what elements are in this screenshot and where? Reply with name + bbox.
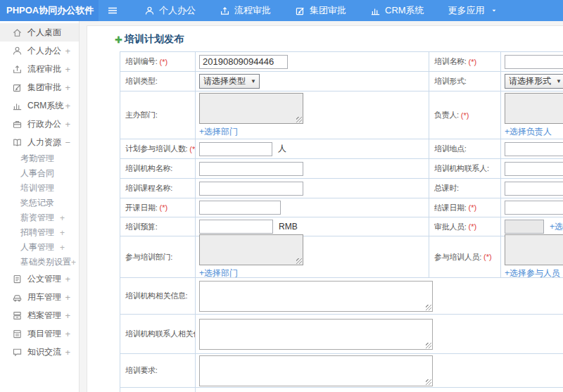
sidebar-subitem-training[interactable]: 培训管理 <box>0 181 79 196</box>
label-join-dept: 参与培训部门: <box>120 236 196 278</box>
sidebar: 个人桌面 个人办公 + 流程审批 + 集团审批 + CRM系统 + 行政办公 +… <box>0 21 80 392</box>
budget-input[interactable] <box>199 220 273 234</box>
expand-plus-icon[interactable]: + <box>65 274 70 284</box>
sidebar-subitem-label: 培训管理 <box>20 182 54 194</box>
sidebar-item-archive-mgmt[interactable]: 档案管理 + <box>0 306 79 324</box>
host-dept-textarea[interactable] <box>199 93 303 124</box>
car-icon <box>12 292 23 303</box>
flow-approve-icon <box>220 6 230 16</box>
main-content: ✚ 培训计划发布 培训编号:(*) 培训名称:(*) 培训类型: 请选择类型▼ … <box>80 21 563 392</box>
expand-plus-icon[interactable]: + <box>65 83 70 92</box>
sidebar-subitem-salary[interactable]: 薪资管理 + <box>0 210 79 225</box>
expand-plus-icon[interactable]: + <box>71 258 76 267</box>
total-hours-input[interactable] <box>505 182 563 196</box>
label-training-no: 培训编号:(*) <box>120 52 196 72</box>
expand-plus-icon[interactable]: + <box>60 228 65 238</box>
sidebar-item-group-approval[interactable]: 集团审批 + <box>0 78 79 96</box>
hamburger-icon <box>107 5 118 16</box>
expand-plus-icon[interactable]: + <box>60 243 65 253</box>
expand-plus-icon[interactable]: + <box>65 329 70 339</box>
sidebar-subitem-recruit[interactable]: 招聘管理 + <box>0 225 79 240</box>
sidebar-subitem-attendance[interactable]: 考勤管理 <box>0 151 79 166</box>
select-arrow-icon: ▼ <box>556 78 562 84</box>
join-people-textarea[interactable] <box>505 234 563 265</box>
training-no-input[interactable] <box>199 55 288 69</box>
expand-plus-icon[interactable]: + <box>65 65 70 74</box>
topnav-personal-office[interactable]: 个人办公 <box>132 0 208 21</box>
training-plan-form: 培训编号:(*) 培训名称:(*) 培训类型: 请选择类型▼ 培训形式: 请选择… <box>120 51 563 392</box>
topnav-label: CRM系统 <box>385 4 424 17</box>
sidebar-item-personal-office[interactable]: 个人办公 + <box>0 42 79 60</box>
top-navigation-bar: PHPOA协同办公软件 个人办公 流程审批 集团审批 CRM系统 更多应用 <box>0 0 563 21</box>
user-icon <box>12 46 23 56</box>
org-name-input[interactable] <box>199 162 303 176</box>
sidebar-subitem-label: 薪资管理 <box>20 212 54 224</box>
start-date-input[interactable] <box>199 201 281 215</box>
content-card: ✚ 培训计划发布 培训编号:(*) 培训名称:(*) 培训类型: 请选择类型▼ … <box>87 25 563 392</box>
end-date-input[interactable] <box>505 201 563 215</box>
sidebar-item-admin-office[interactable]: 行政办公 + <box>0 115 79 133</box>
expand-plus-icon[interactable]: + <box>65 293 70 302</box>
training-form-select[interactable]: 请选择形式▼ <box>505 74 563 89</box>
sidebar-item-knowledge-exchange[interactable]: 知识交流 + <box>0 343 79 361</box>
topnav-label: 流程审批 <box>234 4 271 17</box>
leader-textarea[interactable] <box>505 93 563 124</box>
topnav-more-apps[interactable]: 更多应用 <box>436 0 510 21</box>
org-contact-info-textarea[interactable] <box>199 319 433 350</box>
label-join-people: 参与培训人员:(*) <box>429 236 501 278</box>
group-approve-icon <box>12 82 23 93</box>
sidebar-item-document-mgmt[interactable]: 公文管理 + <box>0 270 79 288</box>
course-name-input[interactable] <box>199 182 303 196</box>
expand-plus-icon[interactable]: + <box>65 101 70 110</box>
label-approver: 审批人员:(*) <box>429 217 501 236</box>
expand-plus-icon[interactable]: + <box>65 120 70 129</box>
choose-approver-link[interactable]: +选择审批人员 <box>550 221 563 233</box>
label-budget: 培训预算: <box>120 217 196 236</box>
sidebar-subitem-base-category[interactable]: 基础类别设置 + <box>0 255 79 270</box>
requirement-textarea[interactable] <box>199 355 433 386</box>
join-dept-textarea[interactable] <box>199 234 303 265</box>
label-org-info: 培训机构相关信息: <box>120 278 196 315</box>
archive-icon <box>12 310 23 321</box>
top-nav: 个人办公 流程审批 集团审批 CRM系统 更多应用 <box>132 0 510 21</box>
planned-count-input[interactable] <box>199 142 272 156</box>
topnav-crm-system[interactable]: CRM系统 <box>358 0 436 21</box>
training-name-input[interactable] <box>505 55 563 69</box>
page-title-text: 培训计划发布 <box>125 33 184 46</box>
approver-input[interactable] <box>505 220 544 234</box>
label-requirement: 培训要求: <box>120 354 196 388</box>
sidebar-item-vehicle-mgmt[interactable]: 用车管理 + <box>0 288 79 306</box>
flow-approve-icon <box>12 64 23 75</box>
sidebar-item-crm-system[interactable]: CRM系统 + <box>0 96 79 115</box>
org-contact-input[interactable] <box>505 162 563 176</box>
choose-leader-link[interactable]: +选择负责人 <box>505 126 552 138</box>
sidebar-subitem-hr-contract[interactable]: 人事合同 <box>0 166 79 181</box>
org-info-textarea[interactable] <box>199 281 433 312</box>
sidebar-subitem-personnel[interactable]: 人事管理 + <box>0 240 79 255</box>
sidebar-item-human-resources[interactable]: 人力资源 − <box>0 133 79 151</box>
training-type-select[interactable]: 请选择类型▼ <box>199 74 260 89</box>
expand-plus-icon[interactable]: + <box>65 348 70 357</box>
page-title: ✚ 培训计划发布 <box>87 26 563 51</box>
app-logo: PHPOA协同办公软件 <box>0 0 99 21</box>
expand-plus-icon[interactable]: + <box>65 311 70 320</box>
sidebar-item-label: 档案管理 <box>27 310 61 322</box>
sidebar-item-personal-desktop[interactable]: 个人桌面 <box>0 23 79 42</box>
sidebar-subitem-label: 奖惩记录 <box>20 197 54 209</box>
sidebar-toggle-button[interactable] <box>99 0 127 21</box>
sidebar-item-label: 集团审批 <box>27 82 61 94</box>
chat-icon <box>12 347 23 358</box>
collapse-minus-icon[interactable]: − <box>65 138 70 147</box>
sidebar-subitem-reward-punish[interactable]: 奖惩记录 <box>0 196 79 210</box>
expand-plus-icon[interactable]: + <box>65 46 70 56</box>
sidebar-item-flow-approval[interactable]: 流程审批 + <box>0 60 79 78</box>
label-org-contact-info: 培训机构联系人相关信息: <box>120 315 196 354</box>
location-input[interactable] <box>505 142 563 156</box>
sidebar-item-project-mgmt[interactable]: 项目管理 + <box>0 324 79 343</box>
label-org-contact: 培训机构联系人: <box>429 159 501 179</box>
topnav-flow-approval[interactable]: 流程审批 <box>208 0 283 21</box>
sidebar-item-label: 个人桌面 <box>27 27 61 39</box>
choose-dept-link[interactable]: +选择部门 <box>199 126 238 138</box>
expand-plus-icon[interactable]: + <box>60 213 65 223</box>
topnav-group-approval[interactable]: 集团审批 <box>283 0 358 21</box>
